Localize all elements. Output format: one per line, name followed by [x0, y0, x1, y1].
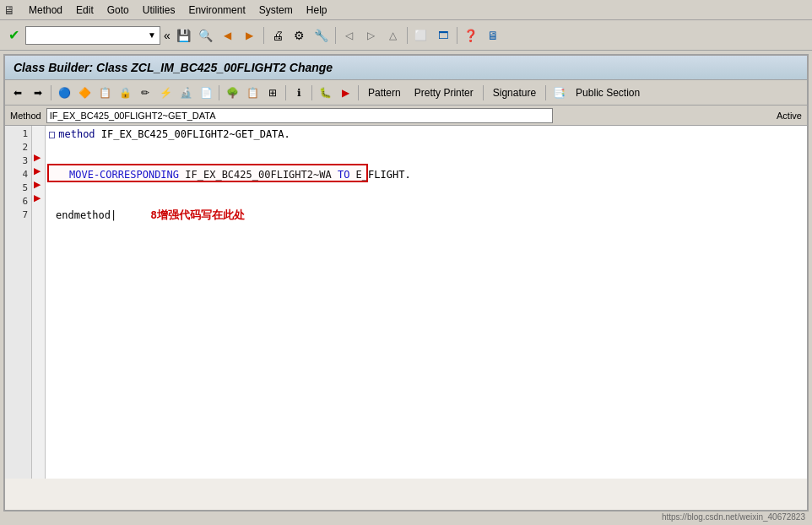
help2-icon[interactable]: ❓	[461, 25, 481, 46]
dropdown-arrow-icon: ▼	[148, 30, 156, 40]
code-arg1: IF_EX_BC425_00FLIGHT2~WA	[185, 168, 338, 181]
kw-move-corresponding: MOVE-CORRESPONDING	[69, 168, 185, 181]
check-icon[interactable]: ✔	[3, 25, 24, 46]
line-num-6: 6	[5, 195, 28, 208]
pattern-button[interactable]: Pattern	[362, 84, 407, 101]
main-toolbar: ✔ ▼ « 💾 🔍 ◀ ▶ 🖨 ⚙ 🔧 ◁ ▷ △ ⬜ 🗖 ❓	[0, 20, 812, 51]
line-numbers: 1 2 3 4 5 6 7	[5, 126, 32, 479]
grid-icon[interactable]: ⊞	[263, 84, 282, 102]
nav-back-icon[interactable]: ◁	[339, 25, 360, 46]
public-icon[interactable]: 📑	[549, 84, 568, 102]
code-line-5	[49, 181, 804, 195]
method-icon[interactable]: 📄	[197, 84, 215, 102]
tb2-sep-7	[545, 85, 546, 100]
public-section-button[interactable]: Public Section	[570, 84, 646, 101]
print-icon[interactable]: 🖨	[268, 25, 288, 46]
edit-icon[interactable]: ✏	[136, 84, 154, 102]
code-content[interactable]: □ method IF_EX_BC425_00FLIGHT2~GET_DATA.…	[46, 126, 807, 479]
lock-icon[interactable]: 🔒	[116, 84, 134, 102]
toolbar-separator-3	[407, 27, 408, 44]
activate-icon[interactable]: ⚡	[156, 84, 175, 102]
menu-system[interactable]: System	[252, 3, 300, 18]
method-input[interactable]	[46, 108, 553, 123]
save-icon[interactable]: 💾	[174, 25, 194, 46]
method-name: IF_EX_BC425_00FLIGHT2~GET_DATA.	[101, 127, 290, 141]
code-line-6	[49, 195, 804, 208]
toolbar-separator-1	[263, 27, 264, 44]
tb2-sep-3	[285, 85, 286, 100]
arrow-column: ▶ ▶ ▶ ▶	[32, 126, 46, 479]
kw-endmethod: endmethod|	[56, 208, 116, 222]
second-toolbar: ⬅ ➡ 🔵 🔶 📋 🔒 ✏ ⚡ 🔬 📄 🌳 📋 ⊞ ℹ 🐛 ▶ Pattern …	[5, 80, 807, 106]
window1-icon[interactable]: ⬜	[411, 25, 431, 46]
menu-help[interactable]: Help	[300, 3, 334, 18]
run-icon[interactable]: ▶	[336, 84, 355, 102]
code-line-2	[49, 141, 804, 154]
find-icon[interactable]: 🔍	[196, 25, 216, 46]
info-icon[interactable]: ℹ	[290, 84, 308, 102]
menu-bar: 🖥 Method Edit Goto Utilities Environment…	[0, 0, 812, 20]
code-line-4: MOVE-CORRESPONDING IF_EX_BC425_00FLIGHT2…	[49, 168, 804, 181]
method-status: Active	[777, 111, 802, 121]
expand-icon: □	[49, 127, 55, 141]
hierarchy-icon[interactable]: 🌳	[223, 84, 241, 102]
settings-icon[interactable]: ⚙	[290, 25, 310, 46]
method-bar: Method Active	[5, 106, 807, 126]
find-next-icon[interactable]: ▶	[240, 25, 260, 46]
line-num-1: 1	[5, 127, 28, 141]
debug-icon[interactable]: 🐛	[316, 84, 334, 102]
pretty-printer-button[interactable]: Pretty Printer	[409, 84, 479, 101]
tb2-sep-6	[483, 85, 484, 100]
forward-btn[interactable]: ➡	[29, 84, 47, 102]
class-icon[interactable]: 🔵	[55, 84, 73, 102]
annotation-text: 8增强代码写在此处	[150, 208, 245, 222]
tb2-sep-2	[219, 85, 219, 100]
menu-environment[interactable]: Environment	[181, 3, 252, 18]
arrow-5: ▶	[34, 180, 41, 189]
list-icon[interactable]: 📋	[243, 84, 262, 102]
method-label: Method	[10, 111, 41, 121]
app-icon: 🖥	[3, 3, 15, 17]
line-num-4: 4	[5, 168, 28, 181]
tb2-sep-4	[311, 85, 312, 100]
main-content: Class Builder: Class ZCL_IM_BC425_00FLIG…	[3, 54, 809, 511]
arrow-3: ▶	[34, 153, 41, 162]
line-num-3: 3	[5, 154, 28, 168]
command-dropdown[interactable]: ▼	[25, 26, 160, 45]
title-bar: Class Builder: Class ZCL_IM_BC425_00FLIG…	[5, 56, 807, 80]
toolbar-separator-2	[335, 27, 336, 44]
interface-icon[interactable]: 🔶	[75, 84, 94, 102]
nav-prev-icon: «	[164, 29, 171, 42]
copy-icon[interactable]: 📋	[95, 84, 114, 102]
page-title: Class Builder: Class ZCL_IM_BC425_00FLIG…	[14, 61, 333, 74]
code-arg2: E_FLIGHT.	[356, 168, 411, 181]
menu-method[interactable]: Method	[22, 3, 69, 18]
toolbar-separator-4	[457, 27, 457, 44]
nav-fwd-icon[interactable]: ▷	[361, 25, 382, 46]
tb2-sep-5	[358, 85, 359, 100]
tb2-sep-1	[51, 85, 51, 100]
line-num-7: 7	[5, 208, 28, 222]
back-btn[interactable]: ⬅	[8, 84, 27, 102]
code-line-7: endmethod| 8增强代码写在此处	[49, 208, 804, 222]
line-num-2: 2	[5, 141, 28, 154]
menu-utilities[interactable]: Utilities	[136, 3, 182, 18]
find-prev-icon[interactable]: ◀	[218, 25, 238, 46]
arrow-4: ▶	[34, 166, 41, 176]
watermark: https://blog.csdn.net/weixin_40672823	[662, 512, 805, 522]
code-line-1: □ method IF_EX_BC425_00FLIGHT2~GET_DATA.	[49, 127, 804, 141]
test-icon[interactable]: 🔬	[176, 84, 195, 102]
nav-up-icon[interactable]: △	[383, 25, 403, 46]
signature-button[interactable]: Signature	[487, 84, 542, 101]
kw-method: method	[58, 127, 101, 141]
monitor-icon[interactable]: 🖥	[483, 25, 503, 46]
kw-to: TO	[338, 168, 356, 181]
arrow-6: ▶	[34, 193, 41, 203]
code-area: 1 2 3 4 5 6 7 ▶ ▶ ▶ ▶ □ method IF_EX_BC4…	[5, 126, 807, 479]
code-line-3	[49, 154, 804, 168]
window2-icon[interactable]: 🗖	[433, 25, 453, 46]
settings2-icon[interactable]: 🔧	[311, 25, 332, 46]
menu-edit[interactable]: Edit	[69, 3, 100, 18]
line-num-5: 5	[5, 181, 28, 195]
menu-goto[interactable]: Goto	[100, 3, 136, 18]
